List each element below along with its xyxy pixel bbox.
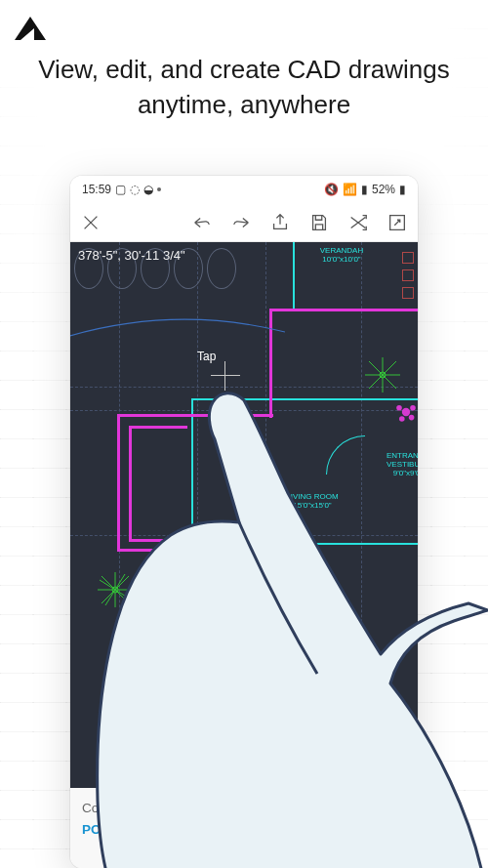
wall-magenta [117, 414, 120, 551]
statusbar-app-icon: ◒ [143, 183, 153, 196]
command-bar[interactable]: Command: _PLINE POLYLINE Specify start p… [70, 788, 418, 868]
plant-icon [135, 578, 174, 617]
svg-point-4 [402, 408, 410, 416]
plant-icon [96, 570, 135, 609]
app-store-screenshot: View, edit, and create CAD drawings anyt… [0, 0, 488, 868]
statusbar-image-icon: ▢ [115, 183, 126, 196]
tree-outline [207, 248, 236, 289]
statusbar-sync-icon: ◌ [130, 183, 140, 196]
close-button[interactable] [80, 212, 102, 233]
undo-icon [191, 212, 213, 233]
arc-cyan [70, 303, 285, 361]
layer-toggle[interactable] [402, 287, 414, 299]
cad-toolbar [70, 203, 418, 242]
headline-text: View, edit, and create CAD drawings anyt… [0, 52, 488, 122]
close-icon [80, 212, 102, 233]
statusbar-time: 15:59 [82, 183, 111, 196]
mute-icon: 🔇 [324, 183, 339, 196]
save-button[interactable] [308, 212, 330, 233]
fullscreen-icon [386, 212, 408, 233]
svg-point-8 [409, 415, 415, 421]
cad-canvas[interactable]: VERANDAH 10'0"x10'0" LIVING ROOM 15'0"x1… [70, 242, 418, 789]
wall-magenta [117, 549, 205, 552]
gridline [361, 242, 362, 789]
command-prompt: Specify start po [150, 822, 241, 837]
gridline [70, 535, 418, 536]
wall-magenta [117, 414, 273, 417]
room-label-living: LIVING ROOM 15'0"x15'0" [273, 492, 351, 510]
android-statusbar: 15:59 ▢ ◌ ◒ 🔇 📶 ▮ 52% ▮ [70, 176, 418, 203]
cursor-coordinates: 378'-5", 30'-11 3/4" [78, 248, 185, 263]
battery-icon: ▮ [399, 183, 406, 196]
share-icon [269, 212, 291, 233]
wall-cyan [191, 398, 418, 400]
door-arc [326, 435, 365, 475]
wall-cyan [191, 398, 193, 545]
shuffle-icon [347, 212, 369, 233]
wifi-icon: 📶 [343, 183, 357, 196]
redo-button[interactable] [230, 212, 252, 233]
room-label-vestibule: ENTRANCE VESTIBULE 9'0"x9'0" [379, 451, 418, 477]
redo-icon [230, 212, 252, 233]
signal-icon: ▮ [361, 183, 368, 196]
command-keyword: POLYLINE [82, 822, 146, 837]
command-value: _PLINE [150, 801, 196, 815]
statusbar-more-dot [157, 187, 161, 191]
crosshair-cursor [211, 361, 240, 391]
wall-cyan [191, 543, 418, 545]
layer-toggle[interactable] [402, 269, 414, 281]
fullscreen-button[interactable] [386, 212, 408, 233]
layer-toggle[interactable] [402, 252, 414, 264]
wall-magenta [269, 309, 418, 311]
share-button[interactable] [269, 212, 291, 233]
svg-point-7 [399, 416, 405, 422]
autocad-logo-icon [11, 11, 50, 50]
autocad-app-icon [0, 0, 60, 60]
plant-icon [176, 572, 215, 611]
measure-button[interactable] [347, 212, 369, 233]
wall-cyan [293, 242, 295, 310]
wall-magenta [129, 426, 132, 541]
command-label: Command: [82, 801, 146, 815]
wall-magenta [129, 426, 187, 429]
plant-icon [363, 355, 402, 394]
save-icon [308, 212, 330, 233]
undo-button[interactable] [191, 212, 213, 233]
svg-point-5 [396, 405, 402, 411]
room-label-verandah: VERANDAH 10'0"x10'0" [312, 246, 371, 264]
svg-point-6 [410, 405, 416, 411]
phone-mock: 15:59 ▢ ◌ ◒ 🔇 📶 ▮ 52% ▮ [70, 176, 418, 868]
gridline [70, 410, 418, 411]
battery-text: 52% [372, 183, 395, 196]
wall-magenta [129, 539, 187, 542]
plant-icon [392, 398, 418, 426]
